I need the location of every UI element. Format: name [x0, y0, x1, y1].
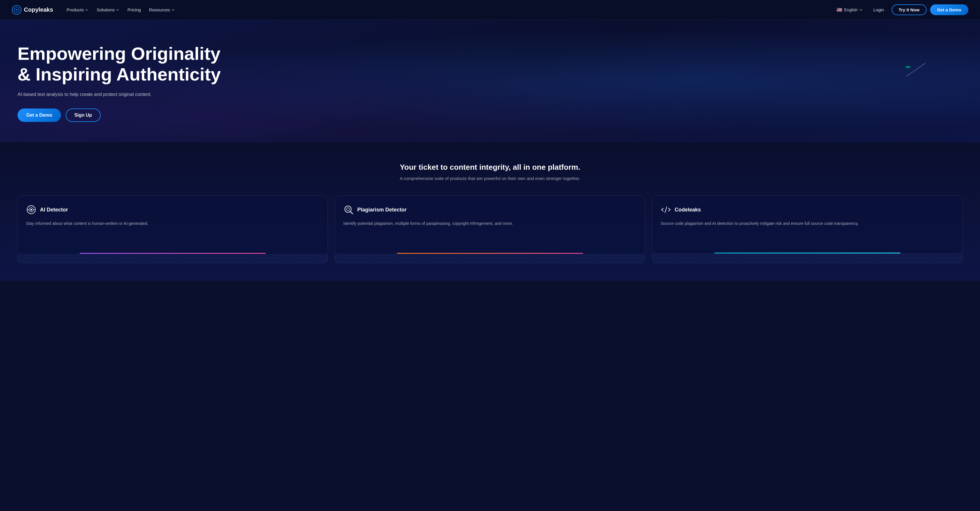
copyleaks-logo-icon [12, 5, 22, 15]
ai-detector-card-header: AI Detector [26, 204, 320, 215]
ai-detector-icon [26, 204, 37, 215]
codeleaks-icon [661, 204, 671, 215]
card-bottom-stub-3 [652, 254, 963, 263]
hero-subtitle: AI-based text analysis to help create an… [18, 91, 169, 98]
try-it-now-button[interactable]: Try it Now [892, 4, 927, 15]
ai-detector-title: AI Detector [40, 207, 68, 213]
plagiarism-detector-card-header: Plagiarism Detector [343, 204, 637, 215]
get-demo-nav-button[interactable]: Get a Demo [930, 4, 968, 15]
plagiarism-detector-desc: Identify potential plagiarism, multiple … [343, 220, 637, 227]
codeleaks-card-header: Codeleaks [661, 204, 954, 215]
card-bottom-stub-1 [18, 254, 328, 263]
svg-point-5 [30, 209, 32, 210]
products-section-heading: Your ticket to content integrity, all in… [18, 163, 963, 172]
plagiarism-detector-title: Plagiarism Detector [357, 207, 407, 213]
resources-chevron-icon [171, 8, 175, 12]
nav-pricing[interactable]: Pricing [124, 6, 144, 14]
nav-right: 🇺🇸 English Login Try it Now Get a Demo [834, 4, 968, 15]
plagiarism-detector-icon [343, 204, 354, 215]
nav-solutions[interactable]: Solutions [94, 6, 122, 14]
products-section-subheading: A comprehensive suite of products that a… [18, 176, 963, 181]
ai-detector-desc: Stay informed about what content is huma… [26, 220, 320, 227]
products-section: Your ticket to content integrity, all in… [0, 142, 980, 280]
codeleaks-title: Codeleaks [675, 207, 701, 213]
products-chevron-icon [85, 8, 88, 12]
nav-links: Products Solutions Pricing Resources [64, 6, 177, 14]
codeleaks-desc: Source code plagiarism and AI detection … [661, 220, 954, 227]
svg-line-10 [350, 212, 353, 214]
nav-products[interactable]: Products [64, 6, 91, 14]
logo-text: Copyleaks [24, 6, 53, 13]
nav-resources[interactable]: Resources [146, 6, 178, 14]
svg-point-2 [16, 9, 17, 11]
hero-title: Empowering Originality & Inspiring Authe… [18, 43, 239, 85]
plagiarism-detector-card[interactable]: Plagiarism Detector Identify potential p… [335, 196, 645, 254]
hero-buttons: Get a Demo Sign Up [18, 108, 239, 122]
svg-line-11 [665, 207, 667, 213]
products-cards-grid: AI Detector Stay informed about what con… [18, 196, 963, 254]
language-label: English [844, 8, 858, 12]
hero-section: Empowering Originality & Inspiring Authe… [0, 20, 980, 142]
cards-bottom-row [18, 254, 963, 263]
language-chevron-icon [859, 8, 863, 12]
svg-point-9 [347, 208, 349, 210]
login-button[interactable]: Login [869, 6, 888, 14]
get-demo-hero-button[interactable]: Get a Demo [18, 108, 61, 122]
sign-up-hero-button[interactable]: Sign Up [65, 108, 100, 122]
ai-detector-card[interactable]: AI Detector Stay informed about what con… [18, 196, 328, 254]
nav-left: Copyleaks Products Solutions Pricing Res… [12, 5, 178, 15]
hero-content: Empowering Originality & Inspiring Authe… [18, 43, 239, 122]
codeleaks-card[interactable]: Codeleaks Source code plagiarism and AI … [652, 196, 963, 254]
card-bottom-stub-2 [335, 254, 645, 263]
flag-icon: 🇺🇸 [837, 7, 842, 13]
solutions-chevron-icon [116, 8, 119, 12]
language-selector[interactable]: 🇺🇸 English [834, 5, 865, 14]
logo[interactable]: Copyleaks [12, 5, 53, 15]
pencil-decoration: ✏ [906, 64, 913, 71]
navbar: Copyleaks Products Solutions Pricing Res… [0, 0, 980, 20]
